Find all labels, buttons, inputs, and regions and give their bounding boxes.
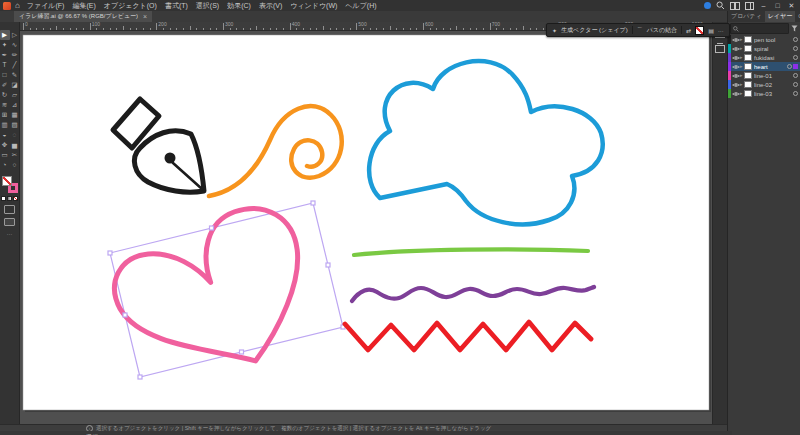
eyedropper-tool[interactable]: ◒ [0, 130, 10, 140]
target-circle-icon[interactable] [793, 37, 798, 42]
menu-item[interactable]: 選択(S) [196, 1, 219, 11]
panel-tab-3[interactable]: CCライブラリ [795, 11, 800, 22]
layers-search-input[interactable] [741, 26, 786, 32]
rectangle-tool[interactable]: □ [0, 70, 10, 80]
tab-close-icon[interactable]: × [143, 13, 147, 20]
visibility-eye-icon[interactable] [731, 91, 740, 97]
layer-name[interactable]: line-02 [754, 82, 792, 88]
layer-row[interactable]: ▸line-03 [728, 89, 800, 98]
arrange-documents-icon[interactable] [730, 2, 740, 10]
layer-thumbnail[interactable] [744, 54, 752, 61]
layer-name[interactable]: heart [754, 64, 786, 70]
visibility-eye-icon[interactable] [731, 82, 740, 88]
scale-tool[interactable]: ▱ [10, 90, 20, 100]
gradient-tool[interactable]: ▨ [10, 120, 20, 130]
visibility-eye-icon[interactable] [731, 64, 740, 70]
lasso-tool[interactable]: ∿ [10, 40, 20, 50]
layer-row[interactable]: ▸fukidasi [728, 53, 800, 62]
symbol-sprayer-tool[interactable]: ✥ [0, 140, 10, 150]
target-circle-icon[interactable] [793, 82, 798, 87]
selection-tool[interactable]: ▶ [0, 30, 10, 40]
line-segment-tool[interactable]: ╱ [10, 60, 20, 70]
layers-search-box[interactable] [730, 23, 789, 34]
screen-mode-button[interactable] [4, 218, 15, 226]
layer-name[interactable]: line-01 [754, 73, 792, 79]
shaper-tool[interactable]: ✐ [0, 80, 10, 90]
layer-name[interactable]: fukidasi [754, 55, 792, 61]
menu-item[interactable]: 表示(V) [259, 1, 282, 11]
panel-tab-2[interactable]: レイヤー [765, 11, 795, 22]
artboard-tool[interactable]: ▭ [0, 150, 10, 160]
menu-item[interactable]: 効果(C) [227, 1, 251, 11]
magic-wand-tool[interactable]: ✦ [0, 40, 10, 50]
properties-icon[interactable]: ▤ [708, 27, 714, 34]
layer-row[interactable]: ▸heart [728, 62, 800, 71]
rotate-tool[interactable]: ↻ [0, 90, 10, 100]
filter-funnel-icon[interactable] [791, 25, 798, 32]
home-icon[interactable]: ⌂ [15, 1, 20, 10]
draw-mode-button[interactable] [4, 205, 15, 214]
layer-thumbnail[interactable] [744, 81, 752, 88]
layer-thumbnail[interactable] [744, 72, 752, 79]
type-tool[interactable]: T [0, 60, 10, 70]
zoom-tool[interactable]: ○ [10, 160, 20, 170]
color-button[interactable] [1, 196, 6, 201]
menu-item[interactable]: ファイル(F) [27, 1, 65, 11]
slice-tool[interactable]: ✂ [10, 150, 20, 160]
mesh-tool[interactable]: ▥ [0, 120, 10, 130]
target-circle-icon[interactable] [787, 64, 792, 69]
generate-vector-button[interactable]: 生成ベクター (シェイプ) [561, 26, 628, 35]
layer-name[interactable]: line-03 [754, 91, 792, 97]
layer-name[interactable]: pen tool [754, 37, 792, 43]
shuffle-icon[interactable]: ⇄ [686, 27, 691, 34]
target-circle-icon[interactable] [793, 46, 798, 51]
join-paths-button[interactable]: パスの結合 [647, 26, 677, 35]
graph-tool[interactable]: ▅ [10, 140, 20, 150]
eraser-tool[interactable]: ◪ [10, 80, 20, 90]
visibility-eye-icon[interactable] [731, 55, 740, 61]
perspective-grid-tool[interactable]: ▦ [10, 110, 20, 120]
visibility-eye-icon[interactable] [731, 73, 740, 79]
search-icon[interactable] [716, 1, 725, 10]
edit-toolbar-icon[interactable]: … [7, 230, 13, 236]
free-transform-tool[interactable]: ⊿ [10, 100, 20, 110]
layer-row[interactable]: ▸spiral [728, 44, 800, 53]
layer-thumbnail[interactable] [744, 45, 752, 52]
paintbrush-tool[interactable]: ✎ [10, 70, 20, 80]
layer-row[interactable]: ▸pen tool [728, 35, 800, 44]
target-circle-icon[interactable] [793, 73, 798, 78]
direct-selection-tool[interactable]: ▷ [10, 30, 20, 40]
dock-libraries-icon[interactable] [715, 43, 725, 53]
close-button[interactable]: ✕ [787, 2, 796, 10]
document-tab[interactable]: イラレ練習.ai @ 66.67 % (RGB/プレビュー) × [14, 11, 152, 22]
account-icon[interactable] [704, 2, 711, 9]
blend-tool[interactable]: ◌ [10, 130, 20, 140]
target-circle-icon[interactable] [793, 55, 798, 60]
no-fill-swatch[interactable] [695, 26, 704, 35]
gradient-button[interactable] [7, 196, 12, 201]
panel-tab-1[interactable]: プロパティ [728, 11, 765, 22]
menu-item[interactable]: 編集(E) [72, 1, 95, 11]
menu-item[interactable]: ヘルプ(H) [345, 1, 376, 11]
layer-name[interactable]: spiral [754, 46, 792, 52]
visibility-eye-icon[interactable] [731, 37, 740, 43]
layer-row[interactable]: ▸line-02 [728, 80, 800, 89]
layer-row[interactable]: ▸line-01 [728, 71, 800, 80]
shape-builder-tool[interactable]: ⊞ [0, 110, 10, 120]
menu-item[interactable]: ウィンドウ(W) [290, 1, 337, 11]
menu-item[interactable]: オブジェクト(O) [104, 1, 157, 11]
width-tool[interactable]: ≋ [0, 100, 10, 110]
menu-item[interactable]: 書式(T) [165, 1, 188, 11]
workspace-switcher-icon[interactable] [745, 2, 754, 10]
more-options-icon[interactable]: … [718, 27, 724, 33]
layer-thumbnail[interactable] [744, 36, 752, 43]
layer-thumbnail[interactable] [744, 63, 752, 70]
canvas-area[interactable] [20, 30, 712, 424]
none-button[interactable] [13, 196, 18, 201]
illustrator-logo-icon[interactable] [3, 2, 11, 10]
hand-tool[interactable]: ◔ [0, 160, 10, 170]
minimize-button[interactable]: – [759, 2, 768, 9]
visibility-eye-icon[interactable] [731, 46, 740, 52]
fill-stroke-indicator[interactable] [2, 176, 18, 193]
curvature-tool[interactable]: ✏ [10, 50, 20, 60]
